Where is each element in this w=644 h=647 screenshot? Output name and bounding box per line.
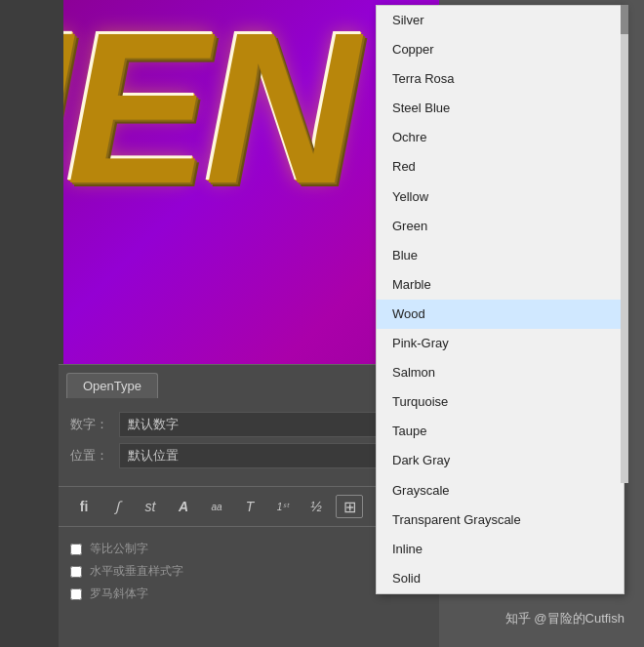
dropdown-item-marble[interactable]: Marble	[377, 270, 624, 300]
dropdown-item-copper[interactable]: Copper	[377, 35, 624, 64]
panel-tab[interactable]: OpenType	[66, 373, 158, 398]
position-row: 位置： 默认位置	[70, 443, 427, 468]
dropdown-item-inline[interactable]: Inline	[377, 535, 624, 564]
checkbox-label-proportional: 等比公制字	[90, 541, 148, 557]
dropdown-item-grayscale[interactable]: Grayscale	[377, 476, 624, 505]
checkbox-roman-italic[interactable]	[70, 588, 82, 600]
icon-italic-f[interactable]: ʃ	[103, 495, 131, 518]
dropdown-menu: Silver Copper Terra Rosa Steel Blue Ochr…	[376, 5, 624, 594]
icon-half[interactable]: ½	[302, 495, 330, 518]
dropdown-item-taupe[interactable]: Taupe	[377, 417, 624, 446]
icon-aa[interactable]: aa	[203, 495, 230, 518]
dropdown-item-wood[interactable]: Wood	[377, 300, 624, 329]
dropdown-item-terra-rosa[interactable]: Terra Rosa	[377, 64, 624, 94]
dropdown-item-dark-gray[interactable]: Dark Gray	[377, 446, 624, 475]
checkbox-label-roman-italic: 罗马斜体字	[90, 586, 148, 602]
checkbox-row-1: 等比公制字	[70, 541, 427, 557]
scrollbar-thumb[interactable]	[621, 5, 628, 34]
dropdown-item-solid[interactable]: Solid	[377, 564, 624, 593]
dropdown-item-ochre[interactable]: Ochre	[377, 123, 624, 152]
checkbox-label-hvkana: 水平或垂直样式字	[90, 563, 183, 580]
number-row: 数字： 默认数字	[70, 412, 427, 437]
dropdown-item-blue[interactable]: Blue	[377, 241, 624, 270]
checkbox-row-3: 罗马斜体字	[70, 586, 427, 602]
dropdown-item-silver[interactable]: Silver	[377, 6, 624, 35]
dropdown-item-steel-blue[interactable]: Steel Blue	[377, 94, 624, 123]
dropdown-item-green[interactable]: Green	[377, 212, 624, 241]
dropdown-item-salmon[interactable]: Salmon	[377, 358, 624, 387]
position-label: 位置：	[70, 447, 119, 465]
dropdown-item-red[interactable]: Red	[377, 152, 624, 182]
icon-box[interactable]: ⊞	[336, 495, 363, 518]
dropdown-item-turquoise[interactable]: Turquoise	[377, 387, 624, 417]
dropdown-scrollbar[interactable]	[621, 5, 628, 483]
icon-fi[interactable]: fi	[70, 495, 98, 518]
checkbox-row-2: 水平或垂直样式字	[70, 563, 427, 580]
dropdown-item-yellow[interactable]: Yellow	[377, 182, 624, 212]
watermark: 知乎 @冒险的Cutfish	[505, 610, 624, 627]
dropdown-item-pink-gray[interactable]: Pink-Gray	[377, 329, 624, 358]
checkbox-proportional[interactable]	[70, 544, 82, 555]
icon-st[interactable]: st	[137, 495, 164, 518]
dropdown-item-transparent-grayscale[interactable]: Transparent Grayscale	[377, 505, 624, 535]
icon-t[interactable]: T	[236, 495, 263, 518]
left-strip	[0, 0, 63, 647]
icon-ordinal[interactable]: 1ˢᵗ	[269, 495, 297, 518]
checkbox-hvkana[interactable]	[70, 566, 82, 578]
number-label: 数字：	[70, 416, 119, 433]
icon-cap-a[interactable]: A	[170, 495, 197, 518]
